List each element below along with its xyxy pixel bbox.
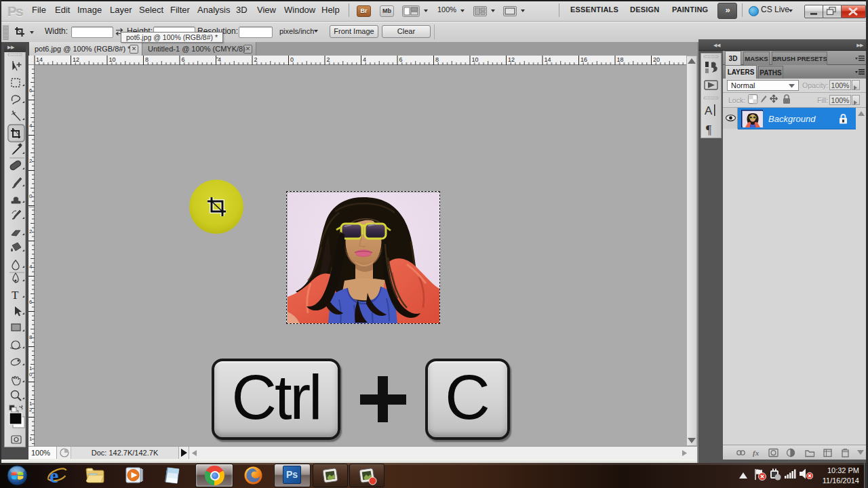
svg-text:10: 10 bbox=[472, 56, 479, 63]
svg-text:2: 2 bbox=[29, 158, 33, 164]
svg-text:1: 1 bbox=[29, 401, 33, 407]
svg-text:8: 8 bbox=[435, 56, 439, 63]
svg-text:6: 6 bbox=[399, 56, 403, 63]
svg-text:A: A bbox=[705, 104, 713, 117]
svg-text:6: 6 bbox=[29, 87, 33, 94]
svg-text:T: T bbox=[12, 289, 19, 302]
svg-text:2: 2 bbox=[29, 407, 33, 413]
svg-text:12: 12 bbox=[508, 56, 515, 63]
svg-text:8: 8 bbox=[29, 334, 33, 340]
svg-text:0: 0 bbox=[290, 56, 294, 63]
svg-text:8: 8 bbox=[145, 56, 149, 63]
svg-text:4: 4 bbox=[363, 56, 366, 63]
svg-text:14: 14 bbox=[545, 56, 551, 63]
svg-text:e: e bbox=[50, 465, 58, 486]
svg-text:0: 0 bbox=[29, 193, 33, 199]
svg-text:4: 4 bbox=[218, 56, 221, 63]
svg-text:12: 12 bbox=[73, 56, 79, 63]
svg-text:6: 6 bbox=[29, 299, 33, 305]
svg-text:¶: ¶ bbox=[706, 123, 711, 137]
svg-text:10: 10 bbox=[109, 56, 116, 63]
svg-text:1: 1 bbox=[29, 436, 33, 442]
svg-text:4: 4 bbox=[29, 123, 33, 129]
svg-text:6: 6 bbox=[182, 56, 185, 63]
svg-text:1: 1 bbox=[29, 365, 33, 371]
svg-text:2: 2 bbox=[29, 228, 33, 235]
svg-text:14: 14 bbox=[36, 56, 43, 63]
svg-text:2: 2 bbox=[327, 56, 330, 63]
svg-text:fx: fx bbox=[753, 449, 760, 457]
svg-text:0: 0 bbox=[29, 371, 33, 378]
svg-text:4: 4 bbox=[29, 264, 33, 270]
svg-text:20: 20 bbox=[653, 56, 660, 63]
svg-text:2: 2 bbox=[254, 56, 258, 63]
svg-text:16: 16 bbox=[580, 56, 587, 63]
svg-text:18: 18 bbox=[617, 56, 624, 63]
